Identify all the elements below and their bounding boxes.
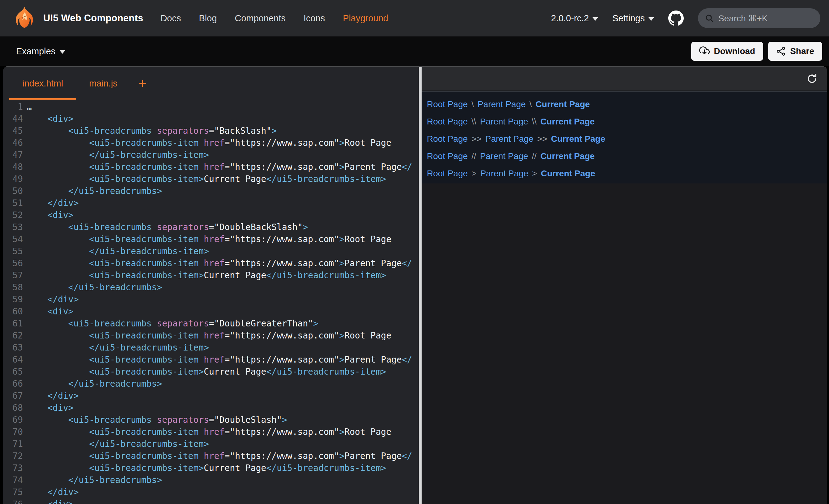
breadcrumb-link[interactable]: Root Page [427,117,468,127]
code-text: </div> [23,198,79,208]
line-number: 68 [3,403,23,413]
line-number: 61 [3,318,23,328]
line-number: 72 [3,451,23,461]
breadcrumb-link[interactable]: Root Page [427,151,468,161]
github-icon[interactable] [668,10,684,26]
code-line: 68 <div> [3,402,419,414]
line-number: 64 [3,354,23,365]
code-line: 64 <ui5-breadcrumbs-item href="https://w… [3,354,419,366]
code-text: <div> [23,210,74,220]
breadcrumb-link[interactable]: Root Page [427,169,468,179]
line-number: 49 [3,174,23,184]
breadcrumb-link[interactable]: Parent Page [480,169,529,179]
code-text: </ui5-breadcrumbs-item> [23,343,209,353]
brand-title: UI5 Web Components [43,13,143,24]
breadcrumb-current-page: Current Page [551,134,605,144]
code-line: 67 </div> [3,390,419,402]
settings-label: Settings [612,13,645,24]
breadcrumb-separator: \\ [471,117,476,127]
nav-item-icons[interactable]: Icons [303,13,325,24]
code-line: 45 <ui5-breadcrumbs separators="BackSlas… [3,125,419,137]
code-text: </ui5-breadcrumbs-item> [23,246,209,256]
breadcrumb-separator: // [532,151,537,161]
nav-item-blog[interactable]: Blog [199,13,217,24]
line-number: 48 [3,162,23,172]
tab-main-js[interactable]: main.js [76,67,131,100]
editor-tabbar: index.html main.js + [3,67,419,100]
line-number: 54 [3,234,23,244]
breadcrumb-current-page: Current Page [541,169,595,179]
code-text: <ui5-breadcrumbs-item>Current Page</ui5-… [23,463,386,473]
breadcrumb-current-page: Current Page [540,151,595,161]
pane-resize-divider[interactable] [419,67,422,504]
code-line: 62 <ui5-breadcrumbs-item href="https://w… [3,329,419,342]
breadcrumb-current-page: Current Page [536,100,590,109]
settings-dropdown[interactable]: Settings [612,13,654,24]
code-line: 76 <div> [3,498,419,504]
examples-dropdown[interactable]: Examples [16,46,65,56]
ui5-phoenix-logo[interactable] [12,6,36,30]
code-line: 60 <div> [3,305,419,317]
code-text: </div> [23,391,79,401]
share-icon [776,46,786,56]
code-line: 54 <ui5-breadcrumbs-item href="https://w… [3,233,419,245]
code-text: <ui5-breadcrumbs-item href="https://www.… [23,258,412,268]
code-text: <ui5-breadcrumbs-item href="https://www.… [23,138,391,148]
code-text: <div> [23,403,74,413]
breadcrumb-row: Root Page\\Parent Page\\Current Page [427,113,827,130]
breadcrumb-current-page: Current Page [540,117,595,127]
line-number: 53 [3,222,23,232]
code-text: </ui5-breadcrumbs> [23,379,162,389]
share-button[interactable]: Share [768,42,822,61]
nav-item-playground[interactable]: Playground [343,13,388,24]
code-text: <ui5-breadcrumbs separators="DoubleBackS… [23,222,308,232]
code-line: 52 <div> [3,209,419,221]
code-text: <div> [23,114,74,124]
playground-container: index.html main.js + 1…44 <div>45 <ui5-b… [3,66,827,504]
tab-label: main.js [89,78,117,89]
nav-item-components[interactable]: Components [235,13,286,24]
line-number: 74 [3,475,23,485]
breadcrumb-row: Root Page>Parent Page>Current Page [427,165,827,182]
breadcrumb-separator: \\ [532,117,537,127]
line-number: 57 [3,270,23,280]
top-navbar: UI5 Web Components Docs Blog Components … [0,0,829,36]
download-button[interactable]: Download [691,42,763,61]
code-text: <ui5-breadcrumbs-item href="https://www.… [23,451,412,461]
code-line: 63 </ui5-breadcrumbs-item> [3,342,419,354]
line-number: 71 [3,439,23,449]
code-line: 56 <ui5-breadcrumbs-item href="https://w… [3,257,419,269]
breadcrumb-link[interactable]: Parent Page [477,100,526,109]
add-tab-button[interactable]: + [131,67,154,100]
navbar-right: 2.0.0-rc.2 Settings Search ⌘+K [551,8,820,28]
breadcrumb-link[interactable]: Root Page [427,100,468,109]
code-text: </div> [23,487,79,497]
search-input[interactable]: Search ⌘+K [698,8,820,28]
tab-index-html[interactable]: index.html [9,67,76,100]
code-editor[interactable]: 1…44 <div>45 <ui5-breadcrumbs separators… [3,100,419,504]
nav-item-docs[interactable]: Docs [160,13,181,24]
download-label: Download [714,46,755,56]
breadcrumb-link[interactable]: Parent Page [480,151,528,161]
breadcrumb-link[interactable]: Root Page [427,134,468,144]
refresh-icon[interactable] [806,73,818,85]
version-label: 2.0.0-rc.2 [551,13,589,24]
version-dropdown[interactable]: 2.0.0-rc.2 [551,13,599,24]
line-number: 51 [3,198,23,208]
code-text: <ui5-breadcrumbs separators="BackSlash"> [23,126,277,136]
line-number: 73 [3,463,23,473]
line-number: 44 [3,114,23,124]
code-text: </ui5-breadcrumbs> [23,475,162,485]
breadcrumb-link[interactable]: Parent Page [480,117,528,127]
preview-toolbar [422,67,827,91]
code-text: </div> [23,294,79,305]
code-text: <ui5-breadcrumbs-item href="https://www.… [23,331,391,341]
code-text: </ui5-breadcrumbs> [23,282,162,293]
examples-label: Examples [16,46,55,56]
line-number: 52 [3,210,23,220]
code-line: 71 </ui5-breadcrumbs-item> [3,438,419,450]
breadcrumb-link[interactable]: Parent Page [485,134,534,144]
preview-pane: Root Page\Parent Page\Current PageRoot P… [422,67,827,504]
code-text: <ui5-breadcrumbs-item href="https://www.… [23,427,391,437]
code-line: 57 <ui5-breadcrumbs-item>Current Page</u… [3,269,419,281]
